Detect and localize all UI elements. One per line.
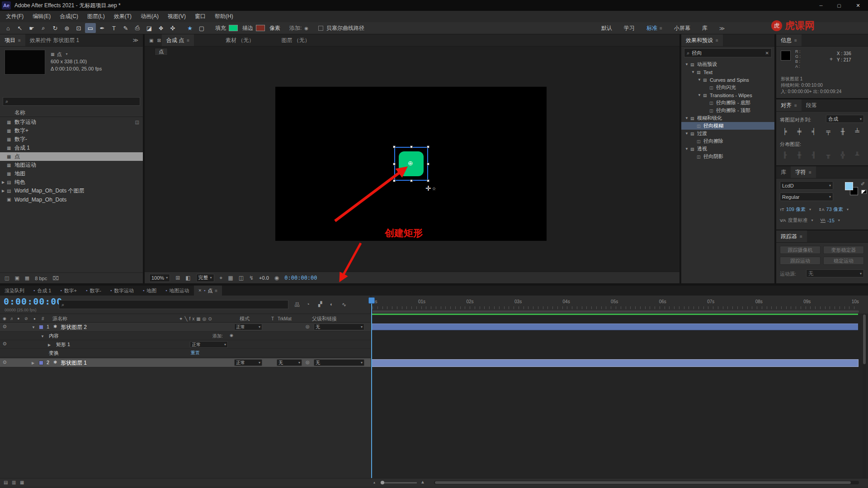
distribute-v-center-button[interactable]: ╫ — [793, 150, 805, 159]
align-to-dropdown[interactable]: 合成▾ — [826, 115, 864, 123]
chevron-down-icon[interactable]: ▾ — [66, 51, 68, 58]
transparency-grid-icon[interactable]: ▦ — [228, 275, 233, 281]
layer-name[interactable]: 形状图层 1 — [61, 359, 87, 367]
transform-label[interactable]: 变换 — [49, 350, 59, 357]
timeline-zoom-slider[interactable] — [381, 482, 417, 483]
workspace-library[interactable]: 库 — [702, 24, 708, 32]
expand-transfer-controls-icon[interactable]: ▥ — [12, 480, 16, 485]
menu-layer[interactable]: 图层(L) — [83, 13, 109, 20]
home-icon[interactable]: ⌂ — [3, 23, 14, 33]
t-column-header[interactable]: T — [271, 314, 274, 323]
selection-tool-icon[interactable]: ↖ — [14, 23, 25, 33]
project-item[interactable]: ▣World_Map_Oh_Dots — [0, 195, 143, 204]
eye-icon[interactable]: ⊙ — [3, 341, 6, 346]
pixel-aspect-icon[interactable]: ◫ — [239, 275, 244, 281]
workspace-small-screen[interactable]: 小屏幕 — [674, 24, 690, 32]
eyedropper-icon[interactable]: ✐ — [861, 181, 865, 187]
contents-row[interactable]: ▼ 内容 添加: ◉ — [0, 332, 371, 340]
tab-comp-digit-motion[interactable]: ▪数字运动 — [106, 286, 138, 296]
anchor-point-icon[interactable]: ⊕ — [408, 160, 413, 167]
bezier-label[interactable]: 贝塞尔曲线路径 — [326, 24, 364, 32]
zoom-tool-icon[interactable]: ⌕ — [38, 23, 49, 33]
tab-tracker[interactable]: 跟踪器≡ — [776, 230, 807, 242]
rectangle-tool-icon[interactable]: ▭ — [85, 23, 96, 33]
menu-window[interactable]: 窗口 — [191, 13, 210, 20]
font-style-dropdown[interactable]: Regular▾ — [780, 192, 833, 201]
resolution-dropdown[interactable]: 完整▾ — [196, 274, 214, 282]
twisty-icon[interactable]: ▶ — [32, 361, 34, 365]
tree-effect[interactable]: ◫径向擦除 — [681, 137, 774, 145]
minimize-button[interactable]: ─ — [812, 0, 830, 11]
label-color-chip[interactable] — [39, 325, 43, 329]
snapshot-icon[interactable]: ◉ — [274, 275, 279, 281]
eye-icon[interactable]: ⊙ — [3, 324, 6, 329]
workspace-default[interactable]: 默认 — [601, 24, 612, 32]
blend-mode-dropdown[interactable]: 正常▾ — [234, 324, 262, 330]
tab-info[interactable]: 信息≡ — [776, 34, 802, 46]
panel-menu-icon[interactable]: ≡ — [716, 38, 718, 43]
camera-tool-icon[interactable]: ⊚ — [61, 23, 72, 33]
parent-pickwhip-icon[interactable]: ◎ — [306, 324, 310, 329]
distribute-top-button[interactable]: ╟ — [779, 150, 791, 159]
selection-handle[interactable] — [427, 179, 429, 182]
comp-viewer-stage[interactable]: ⊕ ✛ ☆ — [275, 87, 547, 241]
frame-blend-icon[interactable]: ▞ — [318, 301, 322, 307]
timeline-horizontal-scrollbar[interactable] — [434, 481, 859, 484]
menu-animation[interactable]: 动画(A) — [137, 13, 163, 20]
magnification-dropdown[interactable]: 100%▾ — [149, 274, 170, 282]
contents-label[interactable]: 内容 — [49, 333, 59, 339]
distribute-bottom-button[interactable]: ╢ — [808, 150, 820, 159]
trash-icon[interactable]: ⌧ — [52, 275, 59, 282]
tab-comp-digit-minus[interactable]: ▪数字- — [81, 286, 106, 296]
tree-folder[interactable]: ▼▤动画预设 — [681, 61, 774, 68]
tracking-value[interactable]: -15 — [827, 218, 835, 223]
comp-mini-tab[interactable]: 点 — [155, 48, 168, 56]
stroke-swatch[interactable] — [256, 25, 265, 31]
blend-mode-dropdown[interactable]: 正常▾ — [234, 359, 262, 366]
puppet-pin-tool-icon[interactable]: ✜ — [167, 23, 178, 33]
track-camera-button[interactable]: 跟踪摄像机 — [780, 246, 821, 254]
twisty-icon[interactable]: ▶ — [48, 343, 51, 347]
tree-preset[interactable]: ◫径向擦除 - 顶部 — [681, 107, 774, 114]
align-h-center-button[interactable]: ╪ — [793, 127, 805, 136]
timeline-search-input[interactable]: ⌕ — [59, 300, 288, 309]
expand-in-out-icon[interactable]: ▦ — [20, 480, 24, 485]
rect-blend-mode-dropdown[interactable]: 正常▾ — [190, 341, 228, 348]
rect-group-row[interactable]: ⊙ ▶ 矩形 1 正常▾ — [0, 340, 371, 349]
tree-folder[interactable]: ▼▤Curves and Spins — [681, 76, 774, 84]
orbit-tool-icon[interactable]: ↻ — [50, 23, 61, 33]
workspace-learn[interactable]: 学习 — [624, 24, 635, 32]
create-mask-icon[interactable]: ▢ — [196, 23, 207, 33]
tree-folder[interactable]: ▼▤Transitions - Wipes — [681, 91, 774, 99]
tree-folder[interactable]: ▼▤模糊和锐化 — [681, 114, 774, 122]
project-search-input[interactable]: ⌕ — [3, 97, 140, 106]
number-column-header[interactable]: # — [42, 314, 44, 323]
stabilize-motion-button[interactable]: 稳定运动 — [823, 257, 864, 265]
layer-row-2-selected[interactable]: ⊙ ▶ 2 ✱ 形状图层 1 正常▾ 无▾ ◎ 无▾ — [0, 358, 371, 367]
tab-comp-digit-plus[interactable]: ▪数字+ — [56, 286, 81, 296]
tab-paragraph[interactable]: 段落 — [802, 99, 821, 111]
selection-handle[interactable] — [427, 145, 429, 148]
grid-guides-icon[interactable]: ⊞ — [175, 275, 180, 281]
parent-link-dropdown[interactable]: 无▾ — [314, 359, 364, 366]
twisty-icon[interactable]: ▼ — [41, 334, 44, 338]
add-shape-icon[interactable]: ◉ — [230, 333, 233, 338]
reset-link[interactable]: 重置 — [191, 350, 200, 356]
tab-composition-dot[interactable]: 合成 点≡ — [162, 34, 194, 46]
bezier-checkbox[interactable] — [318, 26, 323, 31]
workspace-overflow-icon[interactable]: ≫ — [719, 25, 725, 32]
tab-comp-dot-active[interactable]: ✕ ▪ 点 ≡ — [194, 286, 222, 296]
trkmat-dropdown[interactable]: 无▾ — [277, 359, 302, 366]
clear-search-icon[interactable]: ✕ — [765, 51, 769, 56]
tab-comp-map[interactable]: ▪地图 — [138, 286, 161, 296]
panel-menu-icon[interactable]: ≡ — [809, 170, 811, 175]
graph-editor-icon[interactable]: ∿ — [342, 301, 346, 308]
tab-align[interactable]: 对齐≡ — [776, 99, 802, 111]
twisty-icon[interactable]: ▼ — [32, 325, 35, 329]
motion-source-dropdown[interactable]: 无▾ — [806, 269, 864, 277]
roto-brush-tool-icon[interactable]: ❖ — [156, 23, 166, 33]
eraser-tool-icon[interactable]: ◪ — [144, 23, 155, 33]
rect-group-label[interactable]: 矩形 1 — [56, 341, 70, 348]
time-ruler[interactable]: 0s01s 02s03s 04s05s 06s07s 08s09s 10s — [371, 296, 868, 314]
layer-bar-1[interactable] — [372, 324, 858, 330]
